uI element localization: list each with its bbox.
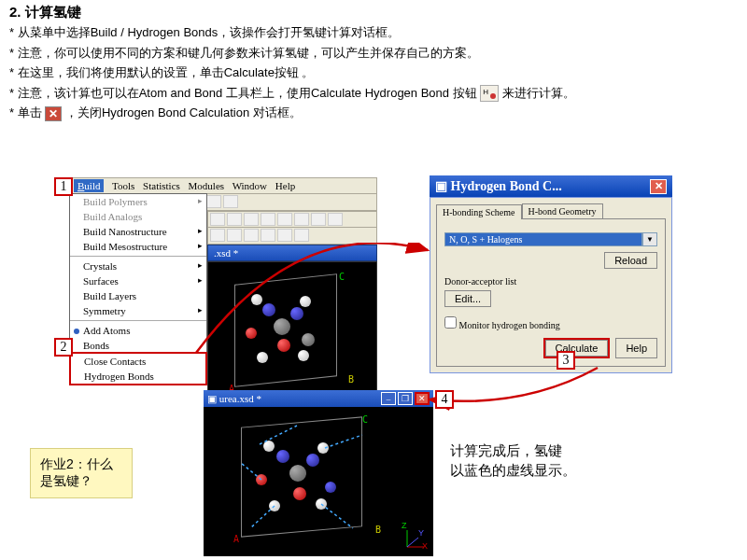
toolbar-button[interactable] bbox=[227, 229, 242, 242]
edit-button[interactable]: Edit... bbox=[444, 290, 491, 307]
svg-line-0 bbox=[260, 426, 297, 444]
step-2-marker: 2 bbox=[54, 338, 73, 357]
window-titlebar[interactable]: ▣ urea.xsd * – ❐ ✕ bbox=[204, 390, 433, 407]
close-icon: ✕ bbox=[45, 106, 62, 121]
dialog-close-button[interactable]: ✕ bbox=[650, 179, 667, 194]
section-title: 2. 计算氢键 bbox=[0, 0, 747, 23]
toolbar-button[interactable] bbox=[328, 213, 343, 226]
toolbar-button[interactable] bbox=[261, 213, 275, 226]
molecule-view-1[interactable]: C A B bbox=[207, 261, 377, 411]
menu-build[interactable]: Build bbox=[74, 179, 104, 192]
scheme-combobox[interactable]: N, O, S + Halogens ▼ bbox=[444, 232, 657, 246]
calculate-button[interactable]: Calculate bbox=[545, 340, 609, 357]
svg-line-1 bbox=[325, 435, 362, 448]
step-4-marker: 4 bbox=[435, 390, 454, 409]
svg-line-4 bbox=[241, 463, 261, 480]
toolbar-button[interactable] bbox=[311, 213, 326, 226]
document-tab[interactable]: .xsd * bbox=[207, 245, 377, 261]
calc-hbond-toolbar-icon bbox=[480, 85, 499, 102]
hydrogen-bond-dialog: ▣ Hydrogen Bond C... ✕ H-bonding Scheme … bbox=[430, 175, 672, 373]
menu-help[interactable]: Help bbox=[275, 180, 295, 191]
toolbar-button[interactable] bbox=[277, 213, 292, 226]
svg-line-7 bbox=[407, 538, 418, 547]
menu-crystals[interactable]: Crystals bbox=[70, 259, 206, 273]
menu-statistics[interactable]: Statistics bbox=[143, 180, 180, 191]
svg-line-2 bbox=[250, 506, 275, 528]
reload-button[interactable]: Reload bbox=[604, 252, 657, 269]
build-dropdown: Build Polymers Build Analogs Build Nanos… bbox=[69, 193, 207, 385]
menu-add-atoms[interactable]: Add Atoms bbox=[70, 323, 206, 338]
menu-build-polymers[interactable]: Build Polymers bbox=[70, 194, 206, 209]
toolbar-button[interactable] bbox=[277, 229, 292, 242]
menu-hydrogen-bonds[interactable]: Hydrogen Bonds bbox=[71, 369, 205, 384]
step-3-marker: 3 bbox=[557, 351, 575, 370]
toolbar-button[interactable] bbox=[261, 229, 275, 242]
menu-surfaces[interactable]: Surfaces bbox=[70, 273, 206, 288]
bullet-1: * 从菜单中选择Build / Hydrogen Bonds，该操作会打开氢键计… bbox=[9, 23, 738, 42]
minimize-button[interactable]: – bbox=[381, 392, 396, 405]
menu-build-layers[interactable]: Build Layers bbox=[70, 288, 206, 303]
toolbar-button[interactable] bbox=[210, 229, 225, 242]
window-title: urea.xsd * bbox=[219, 393, 261, 404]
scheme-selected: N, O, S + Halogens bbox=[444, 232, 642, 246]
result-note: 计算完成后，氢键 以蓝色的虚线显示。 bbox=[450, 441, 576, 480]
toolbar-button[interactable] bbox=[227, 213, 242, 226]
menu-tools[interactable]: Tools bbox=[112, 180, 134, 191]
result-window: ▣ urea.xsd * – ❐ ✕ C A B Z bbox=[204, 390, 433, 556]
menu-build-nano[interactable]: Build Nanostructure bbox=[70, 224, 206, 239]
bullet-list: * 从菜单中选择Build / Hydrogen Bonds，该操作会打开氢键计… bbox=[0, 23, 747, 130]
tab-hbond-geometry[interactable]: H-bond Geometry bbox=[522, 203, 603, 218]
menubar: Build Tools Statistics Modules Window He… bbox=[69, 177, 377, 194]
close-button[interactable]: ✕ bbox=[415, 392, 430, 405]
homework-box: 作业2：什么是氢键？ bbox=[30, 448, 133, 498]
menu-symmetry[interactable]: Symmetry bbox=[70, 303, 206, 318]
toolbar-button[interactable] bbox=[206, 195, 221, 208]
toolbar-button[interactable] bbox=[294, 229, 309, 242]
help-button[interactable]: Help bbox=[615, 338, 657, 358]
app-icon: ▣ bbox=[435, 179, 447, 193]
dialog-title: Hydrogen Bond C... bbox=[451, 179, 562, 193]
toolbar-button[interactable] bbox=[244, 229, 259, 242]
dialog-titlebar[interactable]: ▣ Hydrogen Bond C... ✕ bbox=[430, 175, 672, 197]
build-menu-screenshot: Build Tools Statistics Modules Window He… bbox=[69, 177, 377, 211]
molecule-view-2[interactable]: C A B Z X Y bbox=[204, 407, 433, 556]
menu-close-contacts[interactable]: Close Contacts bbox=[71, 354, 205, 369]
viewport-top: .xsd * C A B bbox=[207, 211, 377, 411]
tab-hbonding-scheme[interactable]: H-bonding Scheme bbox=[436, 204, 522, 219]
chevron-down-icon[interactable]: ▼ bbox=[642, 232, 657, 246]
bullet-4: * 注意，该计算也可以在Atom and Bond 工具栏上，使用Calcula… bbox=[9, 84, 738, 103]
menu-build-meso[interactable]: Build Mesostructure bbox=[70, 239, 206, 254]
bullet-3: * 在这里，我们将使用默认的设置，单击Calculate按钮 。 bbox=[9, 63, 738, 82]
step-1-marker: 1 bbox=[54, 177, 73, 196]
doc-icon: ▣ bbox=[207, 393, 217, 404]
toolbar-button[interactable] bbox=[244, 213, 259, 226]
menu-bonds[interactable]: Bonds bbox=[70, 338, 206, 353]
toolbar-button[interactable] bbox=[294, 213, 309, 226]
hbond-lines bbox=[204, 407, 433, 556]
svg-line-3 bbox=[321, 504, 353, 528]
menu-window[interactable]: Window bbox=[233, 180, 267, 191]
axis-gizmo: Z X Y bbox=[402, 525, 430, 553]
toolbar-button[interactable] bbox=[223, 195, 238, 208]
bullet-2: * 注意，你可以使用不同的方案和键几何参数来计算氢键，可以产生并保存自己的方案。 bbox=[9, 44, 738, 63]
menu-modules[interactable]: Modules bbox=[189, 180, 225, 191]
maximize-button[interactable]: ❐ bbox=[398, 392, 413, 405]
toolbar-button[interactable] bbox=[210, 213, 225, 226]
menu-build-analogs[interactable]: Build Analogs bbox=[70, 209, 206, 224]
bullet-5: * 单击 ✕ ，关闭Hydrogen Bond Calculation 对话框。 bbox=[9, 104, 738, 122]
monitor-checkbox[interactable]: Monitor hydrogen bonding bbox=[444, 316, 657, 330]
donor-acceptor-label: Donor-acceptor list bbox=[444, 276, 657, 287]
